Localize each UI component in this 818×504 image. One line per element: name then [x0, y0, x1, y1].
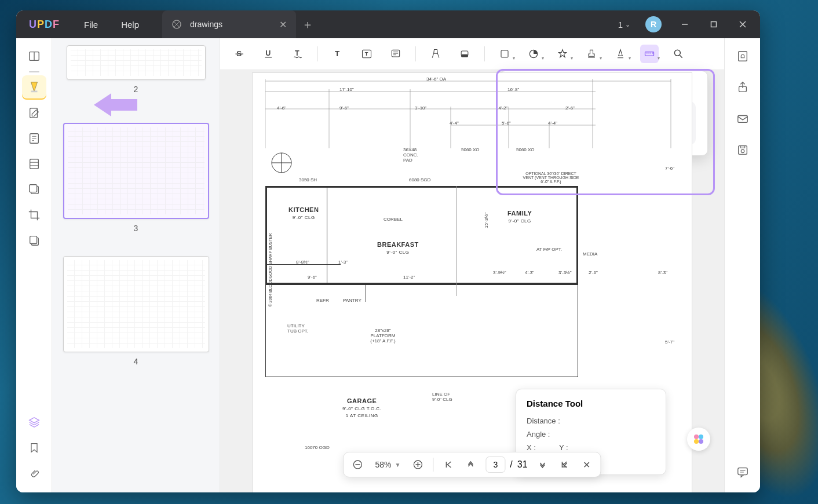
shape-button[interactable]: [495, 45, 514, 63]
thumbnail-panel: 2 3 4: [52, 38, 220, 492]
rubber-stamp-button[interactable]: [582, 45, 601, 63]
svg-text:T: T: [335, 49, 339, 58]
svg-text:T: T: [365, 51, 368, 57]
underline-button[interactable]: U: [260, 45, 278, 63]
maximize-button[interactable]: [701, 15, 726, 34]
note-button[interactable]: [386, 45, 405, 63]
thumbnail-3[interactable]: 3: [52, 123, 220, 233]
left-rail: [16, 38, 52, 492]
zoom-level[interactable]: 58%▼: [369, 460, 406, 469]
crop-button[interactable]: [22, 203, 46, 227]
svg-text:T: T: [295, 49, 300, 57]
svg-rect-34: [645, 52, 654, 56]
text-button[interactable]: T: [328, 45, 347, 63]
zoom-in-button[interactable]: [407, 454, 428, 475]
email-button[interactable]: [731, 107, 755, 131]
edit-text-button[interactable]: [22, 101, 46, 125]
close-tab-button[interactable]: ✕: [279, 19, 287, 30]
zoom-out-button[interactable]: [347, 454, 368, 475]
close-controls-button[interactable]: ✕: [576, 454, 597, 475]
svg-point-78: [694, 439, 699, 444]
page-tools-button[interactable]: [22, 126, 46, 151]
titlebar: UPDF File Help drawings ✕ ＋ 1⌄ R: [16, 10, 760, 38]
comment-tool-button[interactable]: [22, 75, 46, 100]
menu-help[interactable]: Help: [109, 20, 151, 30]
batch-button[interactable]: [22, 228, 46, 253]
save-button[interactable]: [731, 138, 755, 162]
user-avatar[interactable]: R: [645, 16, 662, 32]
distance-panel-title: Distance Tool: [527, 399, 655, 408]
close-window-button[interactable]: [730, 15, 755, 34]
svg-rect-2: [711, 22, 717, 27]
svg-rect-11: [30, 159, 38, 169]
app-window: UPDF File Help drawings ✕ ＋ 1⌄ R: [16, 10, 760, 492]
svg-rect-5: [31, 91, 37, 93]
svg-rect-82: [737, 116, 747, 123]
page-controls: 58%▼ / 31 ✕: [343, 452, 601, 477]
squiggly-button[interactable]: T: [289, 45, 307, 63]
organize-button[interactable]: [22, 152, 46, 176]
share-button[interactable]: [731, 75, 755, 100]
svg-point-77: [699, 434, 703, 439]
doc-tab-title: drawings: [190, 20, 271, 29]
doc-tab-icon: [171, 19, 182, 30]
prev-page-button[interactable]: [460, 454, 481, 475]
last-page-button[interactable]: [554, 454, 575, 475]
right-rail: [724, 38, 760, 492]
svg-rect-31: [461, 54, 468, 57]
comments-button[interactable]: [731, 460, 755, 484]
first-page-button[interactable]: [438, 454, 459, 475]
textbox-button[interactable]: T: [357, 45, 376, 63]
eraser-button[interactable]: [455, 45, 474, 63]
svg-rect-86: [737, 468, 747, 475]
bookmark-button[interactable]: [22, 436, 46, 460]
layers-button[interactable]: [22, 410, 46, 434]
doc-count[interactable]: 1⌄: [614, 20, 635, 30]
sticker-button[interactable]: [524, 45, 543, 63]
doc-tab[interactable]: drawings ✕: [162, 10, 296, 38]
thumbnail-2[interactable]: 2: [52, 45, 220, 94]
stamp-button[interactable]: [553, 45, 572, 63]
svg-point-84: [741, 149, 744, 153]
app-logo: UPDF: [16, 19, 72, 31]
content-area: S U T T T Mea: [220, 38, 724, 492]
total-pages: 31: [517, 459, 528, 470]
add-tab-button[interactable]: ＋: [296, 17, 319, 32]
next-page-button[interactable]: [532, 454, 553, 475]
svg-rect-80: [738, 52, 747, 61]
attachment-button[interactable]: [22, 461, 46, 485]
pencil-button[interactable]: [426, 45, 445, 63]
svg-text:U: U: [265, 49, 271, 57]
svg-point-76: [694, 434, 699, 439]
svg-point-79: [699, 439, 703, 444]
signature-button[interactable]: [611, 45, 630, 63]
menu-file[interactable]: File: [72, 20, 109, 30]
ai-assistant-button[interactable]: [687, 428, 710, 451]
convert-button[interactable]: [22, 177, 46, 202]
search-button[interactable]: [669, 45, 688, 63]
svg-rect-32: [501, 50, 508, 57]
minimize-button[interactable]: [672, 15, 698, 34]
page-input[interactable]: [485, 456, 505, 473]
annotate-toolbar: S U T T T: [220, 38, 724, 70]
protect-button[interactable]: [731, 44, 755, 68]
svg-point-39: [674, 50, 680, 56]
thumbnail-4[interactable]: 4: [52, 256, 220, 366]
strikethrough-button[interactable]: S: [231, 45, 249, 63]
callout-arrow-icon: [94, 90, 140, 119]
svg-line-40: [680, 56, 682, 58]
reader-mode-button[interactable]: [22, 44, 46, 68]
measure-button[interactable]: [640, 45, 659, 63]
svg-rect-15: [29, 185, 36, 192]
svg-rect-17: [30, 236, 36, 244]
